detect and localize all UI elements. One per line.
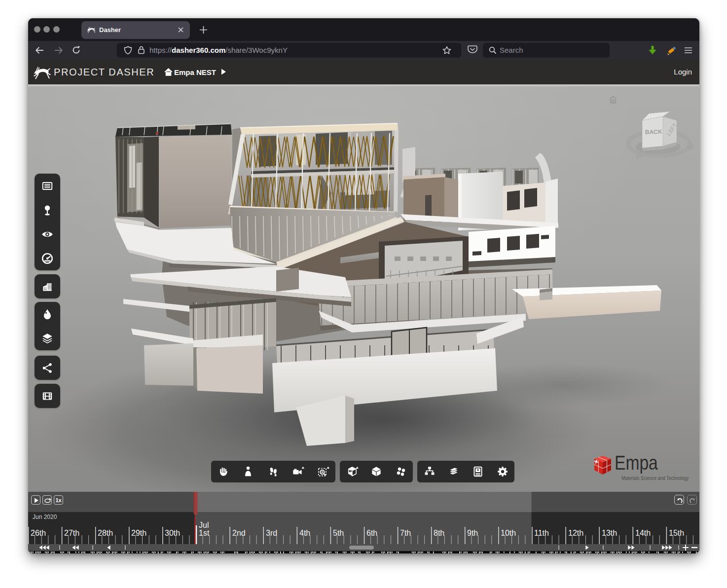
svg-text:1st: 1st <box>199 529 210 537</box>
svg-text:BACK: BACK <box>645 128 662 136</box>
svg-text:Jun 2020: Jun 2020 <box>33 514 57 520</box>
svg-text:9th: 9th <box>467 529 478 537</box>
svg-text:30th: 30th <box>165 529 180 537</box>
svg-text:8th: 8th <box>434 529 444 537</box>
svg-text:12th: 12th <box>568 529 583 537</box>
svg-text:27th: 27th <box>64 529 79 537</box>
svg-text:2nd: 2nd <box>232 529 246 537</box>
svg-text:26th: 26th <box>31 529 46 537</box>
svg-text:28th: 28th <box>98 529 113 537</box>
svg-text:7th: 7th <box>400 529 411 537</box>
svg-text:15th: 15th <box>669 529 684 537</box>
svg-text:3rd: 3rd <box>266 529 277 537</box>
svg-text:13th: 13th <box>602 529 617 537</box>
svg-text:10th: 10th <box>501 529 516 537</box>
svg-text:11th: 11th <box>534 529 549 537</box>
svg-text:14th: 14th <box>635 529 651 537</box>
svg-text:4th: 4th <box>299 529 310 537</box>
svg-text:5th: 5th <box>333 529 344 537</box>
svg-text:29th: 29th <box>131 529 146 537</box>
svg-text:Jul: Jul <box>199 521 209 529</box>
svg-text:6th: 6th <box>366 529 377 537</box>
